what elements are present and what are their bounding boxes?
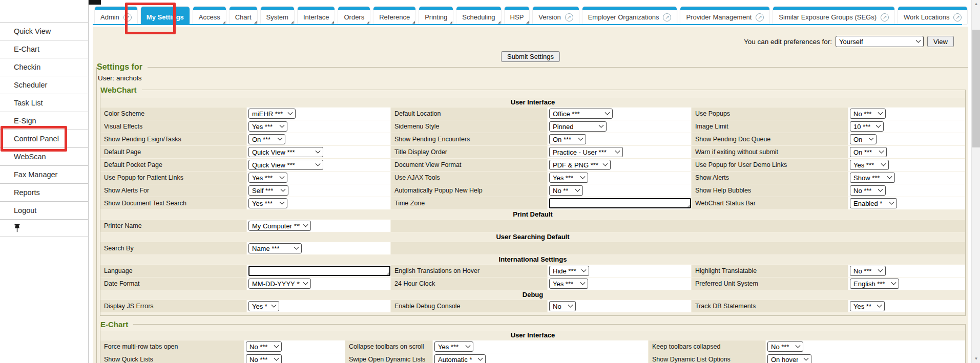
setting-select-printer-name[interactable]: My Computer *** [248,221,311,231]
popup-icon[interactable]: ↗ [565,13,573,22]
tab-access[interactable]: Access [193,7,226,24]
setting-select-highlight-translatable[interactable]: No *** [850,266,886,276]
tab-work-locations[interactable]: Work Locations↗ [898,7,967,24]
scroll-up-icon[interactable]: ▲ [972,0,980,8]
setting-select-show-quick-lists[interactable]: No *** [246,354,282,363]
tab-interface[interactable]: Interface [298,7,335,24]
tab-label: Provider Management [686,13,752,21]
sidebar-pin-row[interactable] [0,219,88,237]
tab-provider-management[interactable]: Provider Management↗ [680,7,769,24]
setting-select-force-multi-row-tabs-open[interactable]: No *** [246,341,282,352]
setting-select-search-by[interactable]: Name *** [248,243,302,253]
setting-text-input-time-zone[interactable] [549,198,691,208]
setting-select-webchart-status-bar[interactable]: Enabled * [850,198,897,208]
scroll-down-icon[interactable]: ▼ [972,355,980,363]
setting-select-date-format[interactable]: MM-DD-YYYY *** [248,279,311,289]
setting-select-use-popup-for-user-demo-links[interactable]: Yes *** [850,160,889,170]
select-value: Quick View *** [252,148,295,156]
select-value: Office *** [553,110,580,118]
tab-system[interactable]: System [261,7,294,24]
preferences-for-select[interactable]: Yourself [836,36,924,47]
setting-select-default-pocket-page[interactable]: Quick View *** [248,160,323,170]
setting-select-show-document-text-search[interactable]: Yes *** [248,198,287,208]
setting-select-enable-debug-console[interactable]: No [549,301,576,311]
setting-select-keep-toolbars-collapsed[interactable]: No *** [767,341,803,352]
popup-icon[interactable]: ↗ [756,13,764,22]
setting-select-default-page[interactable]: Quick View *** [248,147,323,157]
setting-select-collapse-toolbars-on-scroll[interactable]: Yes *** [434,341,473,352]
tab-printing[interactable]: Printing [419,7,453,24]
view-button[interactable]: View [927,36,954,47]
setting-select-document-view-format[interactable]: PDF & PNG *** [549,160,611,170]
setting-select-warn-if-exiting-without-submit[interactable]: On *** [850,147,887,157]
setting-label-use-popup-for-patient-links: Use Popup for Patient Links [100,172,246,184]
sidebar-item-scheduler[interactable]: Scheduler [0,76,88,94]
setting-select-show-pending-esign-tasks[interactable]: On *** [248,134,285,144]
tab-reference[interactable]: Reference [373,7,415,24]
setting-select-swipe-open-dynamic-lists[interactable]: Automatic * [434,354,486,363]
chevron-down-icon [605,110,610,115]
setting-select-show-help-bubbles[interactable]: No *** [850,185,886,196]
chevron-down-icon [881,161,886,166]
tab-hsp[interactable]: HSP [505,7,530,24]
setting-select-use-popup-for-patient-links[interactable]: Yes *** [248,173,287,183]
setting-select-show-alerts[interactable]: Show *** [850,173,895,183]
setting-select-preferred-unit-system[interactable]: English *** [850,279,899,289]
sidebar-item-reports[interactable]: Reports [0,183,88,201]
setting-label-display-js-errors: Display JS Errors [100,300,246,312]
setting-select-show-dynamic-list-options[interactable]: On hover [767,354,811,363]
sidebar-item-logout[interactable]: Logout [0,201,88,219]
submit-settings-button[interactable]: Submit Settings [501,51,560,62]
sidebar-item-fax-manager[interactable]: Fax Manager [0,165,88,183]
setting-select-show-alerts-for[interactable]: Self *** [248,185,288,196]
sidebar-item-quick-view[interactable]: Quick View [0,22,88,40]
select-value: Pinned [553,123,573,131]
tab-version[interactable]: Version↗ [533,7,578,24]
setting-field: Practice - User *** [548,146,691,158]
tab-chart[interactable]: Chart [230,7,257,24]
page-title: Settings for [97,62,148,72]
tab-scheduling[interactable]: Scheduling [456,7,501,24]
tab-bar: Admin↗My SettingsAccessChartSystemInterf… [95,7,967,24]
empty-cell [391,242,965,254]
setting-label-show-document-text-search: Show Document Text Search [100,197,246,209]
chevron-down-icon [804,355,809,360]
setting-select-color-scheme[interactable]: miEHR *** [248,109,296,119]
scrollbar-thumb[interactable] [972,30,980,147]
tab-employer-organizations[interactable]: Employer Organizations↗ [582,7,677,24]
setting-select-image-limit[interactable]: 10 *** [850,121,884,132]
vertical-scrollbar[interactable]: ▲ ▼ [971,0,980,363]
setting-select-english-translations-on-hover[interactable]: Hide *** [549,266,589,276]
select-value: Yes *** [438,343,458,351]
setting-select-show-pending-doc-queue[interactable]: On [850,134,877,144]
sidebar-item-checkin[interactable]: Checkin [0,58,88,76]
sidebar-item-task-list[interactable]: Task List [0,94,88,112]
setting-select-use-popups[interactable]: No *** [850,109,886,119]
setting-select-visual-effects[interactable]: Yes *** [248,121,287,132]
setting-select-default-location[interactable]: Office *** [549,109,613,119]
setting-label-preferred-unit-system: Preferred Unit System [692,277,848,290]
setting-field [247,265,390,277]
popup-icon[interactable]: ↗ [881,13,889,22]
popup-icon[interactable]: ↗ [953,13,962,22]
setting-select-24-hour-clock[interactable]: Yes *** [549,279,588,289]
setting-select-title-display-order[interactable]: Practice - User *** [549,147,623,157]
popup-icon[interactable]: ↗ [663,13,671,22]
tab-similar-exposure-groups-segs[interactable]: Similar Exposure Groups (SEGs)↗ [773,7,894,24]
setting-select-automatically-popup-new-help[interactable]: No ** [549,185,583,196]
tab-bar-underline [93,24,962,25]
setting-field: No *** [848,108,965,120]
setting-text-input-language[interactable] [248,266,390,276]
annotation-box-my-settings [125,3,176,34]
sidebar-item-e-chart[interactable]: E-Chart [0,40,88,58]
setting-select-display-js-errors[interactable]: Yes * [248,301,279,311]
setting-label-document-view-format: Document View Format [391,159,547,171]
setting-label-show-quick-lists: Show Quick Lists [100,353,244,363]
setting-select-use-ajax-tools[interactable]: Yes *** [549,173,588,183]
setting-select-show-pending-encounters[interactable]: On *** [549,134,586,144]
setting-field: Show *** [848,172,965,184]
tab-orders[interactable]: Orders [338,7,370,24]
setting-select-track-db-statements[interactable]: Yes ** [850,301,885,311]
setting-field: On *** [548,133,691,145]
setting-select-sidemenu-style[interactable]: Pinned [549,121,607,132]
